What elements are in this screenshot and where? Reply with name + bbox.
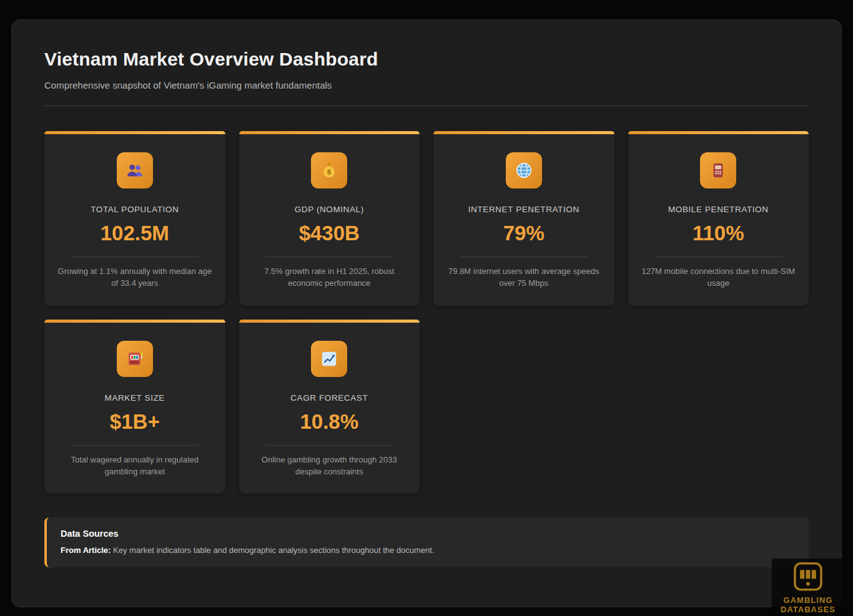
mobile-phone-icon bbox=[700, 152, 736, 188]
stats-grid: TOTAL POPULATION 102.5M Growing at 1.1% … bbox=[44, 131, 809, 494]
card-divider bbox=[265, 257, 393, 257]
card-divider bbox=[654, 257, 782, 257]
svg-text:$: $ bbox=[327, 168, 332, 176]
card-divider bbox=[71, 445, 199, 446]
header-divider bbox=[44, 105, 809, 106]
page-title: Vietnam Market Overview Dashboard bbox=[44, 49, 809, 70]
money-bag-icon: $ bbox=[311, 152, 347, 188]
stat-description: Online gambling growth through 2033 desp… bbox=[252, 454, 408, 478]
slot-machine-icon bbox=[117, 341, 153, 377]
card-top-accent bbox=[44, 320, 225, 323]
data-sources-panel: Data Sources From Article: Key market in… bbox=[44, 517, 809, 567]
card-divider bbox=[265, 445, 393, 446]
data-sources-body: Key market indicators table and demograp… bbox=[111, 545, 434, 555]
card-market-size: MARKET SIZE $1B+ Total wagered annually … bbox=[44, 320, 225, 494]
card-top-accent bbox=[239, 131, 420, 134]
watermark-line2: DATABASES bbox=[773, 605, 843, 615]
stat-label: CAGR FORECAST bbox=[252, 393, 408, 403]
stat-label: TOTAL POPULATION bbox=[57, 205, 213, 214]
stat-label: MOBILE PENETRATION bbox=[641, 205, 797, 214]
stat-label: MARKET SIZE bbox=[57, 393, 213, 403]
card-top-accent bbox=[433, 131, 614, 134]
stat-value: 102.5M bbox=[57, 222, 213, 245]
stat-value: 110% bbox=[641, 222, 797, 245]
slot-machine-logo-icon bbox=[791, 561, 826, 594]
stat-label: INTERNET PENETRATION bbox=[446, 205, 602, 214]
stat-description: 127M mobile connections due to multi-SIM… bbox=[641, 266, 797, 290]
stat-value: 79% bbox=[446, 222, 602, 245]
card-cagr-forecast: CAGR FORECAST 10.8% Online gambling grow… bbox=[239, 320, 420, 494]
stat-description: 7.5% growth rate in H1 2025, robust econ… bbox=[252, 266, 408, 290]
chart-increasing-icon bbox=[311, 341, 347, 377]
stat-description: Total wagered annually in regulated gamb… bbox=[57, 454, 213, 478]
card-total-population: TOTAL POPULATION 102.5M Growing at 1.1% … bbox=[44, 131, 225, 306]
data-sources-label: From Article: bbox=[61, 545, 111, 555]
stat-label: GDP (NOMINAL) bbox=[252, 205, 408, 214]
card-mobile-penetration: MOBILE PENETRATION 110% 127M mobile conn… bbox=[628, 131, 809, 306]
watermark-logo: GAMBLING DATABASES bbox=[772, 559, 844, 616]
data-sources-title: Data Sources bbox=[61, 529, 794, 539]
card-top-accent bbox=[239, 320, 420, 323]
card-top-accent bbox=[628, 131, 809, 134]
dashboard-panel: Vietnam Market Overview Dashboard Compre… bbox=[11, 19, 842, 607]
card-divider bbox=[71, 257, 199, 257]
watermark-line1: GAMBLING bbox=[773, 596, 843, 605]
stat-value: $430B bbox=[252, 222, 408, 245]
data-sources-text: From Article: Key market indicators tabl… bbox=[61, 545, 794, 555]
people-icon bbox=[117, 152, 153, 188]
card-divider bbox=[460, 257, 588, 257]
stat-value: 10.8% bbox=[252, 410, 408, 434]
globe-icon bbox=[506, 152, 542, 188]
card-gdp-nominal: $ GDP (NOMINAL) $430B 7.5% growth rate i… bbox=[239, 131, 420, 306]
stat-description: Growing at 1.1% annually with median age… bbox=[57, 266, 213, 290]
page-subtitle: Comprehensive snapshot of Vietnam's iGam… bbox=[44, 80, 809, 90]
card-top-accent bbox=[44, 131, 225, 134]
stat-value: $1B+ bbox=[57, 410, 213, 434]
card-internet-penetration: INTERNET PENETRATION 79% 79.8M internet … bbox=[433, 131, 614, 306]
stat-description: 79.8M internet users with average speeds… bbox=[446, 266, 602, 290]
